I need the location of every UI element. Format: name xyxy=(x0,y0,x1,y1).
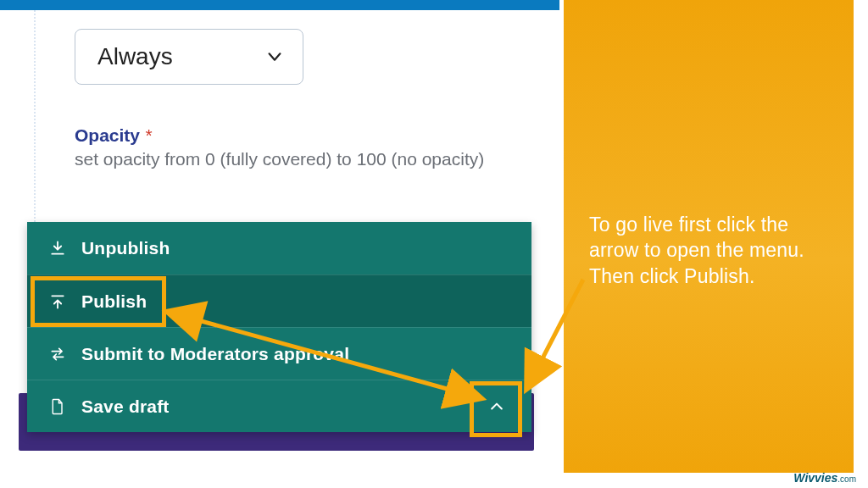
brand-name: Wivvies xyxy=(793,471,837,485)
menu-item-unpublish[interactable]: Unpublish xyxy=(27,222,531,274)
menu-collapse-button[interactable] xyxy=(474,387,520,426)
form-screenshot: Always Opacity * set opacity from 0 (ful… xyxy=(0,0,559,488)
always-dropdown[interactable]: Always xyxy=(75,29,303,85)
brand-watermark: Wivvies.com xyxy=(793,471,856,485)
instruction-text: To go live first click the arrow to open… xyxy=(589,212,835,289)
menu-item-save-draft[interactable]: Save draft xyxy=(27,380,531,432)
upload-icon xyxy=(46,293,70,310)
opacity-label: Opacity xyxy=(75,125,140,145)
chevron-down-icon xyxy=(265,47,284,66)
publish-menu: Unpublish Publish Submit to Moderators a… xyxy=(27,222,531,432)
required-star: * xyxy=(145,125,152,145)
dropdown-selected-label: Always xyxy=(97,43,173,70)
menu-label: Save draft xyxy=(81,396,170,417)
swap-icon xyxy=(46,346,70,363)
opacity-help-text: set opacity from 0 (fully covered) to 10… xyxy=(75,149,484,169)
menu-item-publish[interactable]: Publish xyxy=(27,274,531,327)
guide-line xyxy=(34,10,36,222)
opacity-field: Opacity * set opacity from 0 (fully cove… xyxy=(75,125,484,169)
brand-suffix: .com xyxy=(837,474,856,484)
instruction-panel: To go live first click the arrow to open… xyxy=(564,0,854,473)
menu-label: Unpublish xyxy=(81,238,170,258)
chevron-up-icon xyxy=(488,398,505,415)
menu-label: Publish xyxy=(81,291,147,312)
window-title-bar xyxy=(0,0,559,10)
menu-label: Submit to Moderators approval xyxy=(81,344,349,364)
download-icon xyxy=(46,240,70,257)
menu-item-submit-moderators[interactable]: Submit to Moderators approval xyxy=(27,327,531,380)
document-icon xyxy=(46,398,70,415)
